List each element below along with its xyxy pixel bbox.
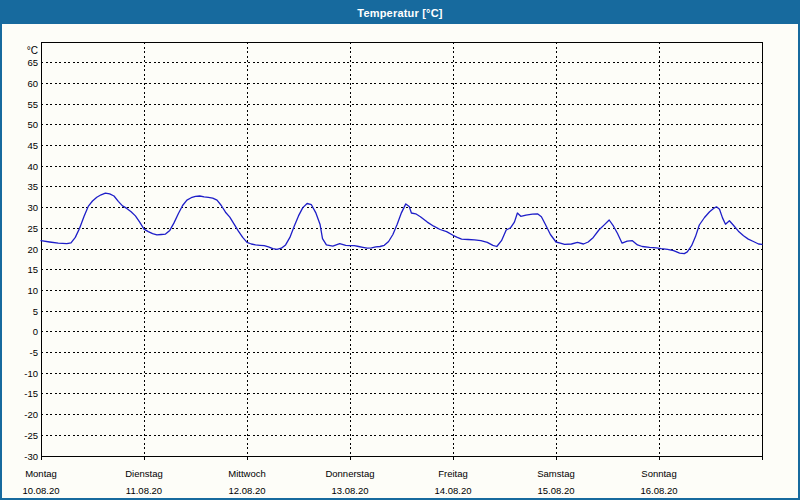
- y-tick-label: 60: [27, 78, 38, 89]
- y-tick-label: 50: [27, 119, 38, 130]
- y-tick-label: 45: [27, 140, 38, 151]
- y-tick-label: -5: [30, 347, 38, 358]
- y-tick-label: 20: [27, 244, 38, 255]
- weekday-label: Mittwoch: [228, 468, 265, 479]
- chart-panel: °C65605550454035302520151050-5-10-15-20-…: [2, 24, 798, 498]
- weekday-label: Dienstag: [125, 468, 163, 479]
- y-tick-label: 55: [27, 99, 38, 110]
- y-tick-label: -15: [24, 388, 38, 399]
- date-label: 10.08.20: [23, 485, 60, 496]
- date-label: 14.08.20: [435, 485, 472, 496]
- y-tick-label: 30: [27, 202, 38, 213]
- y-tick-label: 5: [33, 306, 38, 317]
- y-tick-label: 0: [33, 326, 38, 337]
- date-label: 12.08.20: [229, 485, 266, 496]
- date-label: 16.08.20: [641, 485, 678, 496]
- weekday-label: Samstag: [537, 468, 575, 479]
- y-tick-label: 35: [27, 181, 38, 192]
- y-tick-label: 65: [27, 57, 38, 68]
- weekday-label: Montag: [25, 468, 57, 479]
- y-tick-label: -20: [24, 409, 38, 420]
- y-tick-label: -10: [24, 368, 38, 379]
- date-label: 15.08.20: [538, 485, 575, 496]
- window-title: Temperatur [°C]: [357, 7, 442, 19]
- y-tick-label: 40: [27, 161, 38, 172]
- y-tick-label: 25: [27, 223, 38, 234]
- y-axis-unit-label: °C: [27, 45, 38, 56]
- temperature-curve: [41, 193, 762, 254]
- app-window: Temperatur [°C] °C6560555045403530252015…: [0, 0, 800, 500]
- y-tick-label: 15: [27, 264, 38, 275]
- weekday-label: Donnerstag: [325, 468, 374, 479]
- y-tick-label: -25: [24, 430, 38, 441]
- weekday-label: Sonntag: [641, 468, 676, 479]
- date-label: 11.08.20: [126, 485, 162, 496]
- date-label: 13.08.20: [332, 485, 369, 496]
- y-tick-label: 10: [27, 285, 38, 296]
- temperature-line-chart: °C65605550454035302520151050-5-10-15-20-…: [2, 24, 798, 498]
- y-tick-label: -30: [24, 451, 38, 462]
- weekday-label: Freitag: [438, 468, 468, 479]
- title-bar: Temperatur [°C]: [2, 2, 798, 24]
